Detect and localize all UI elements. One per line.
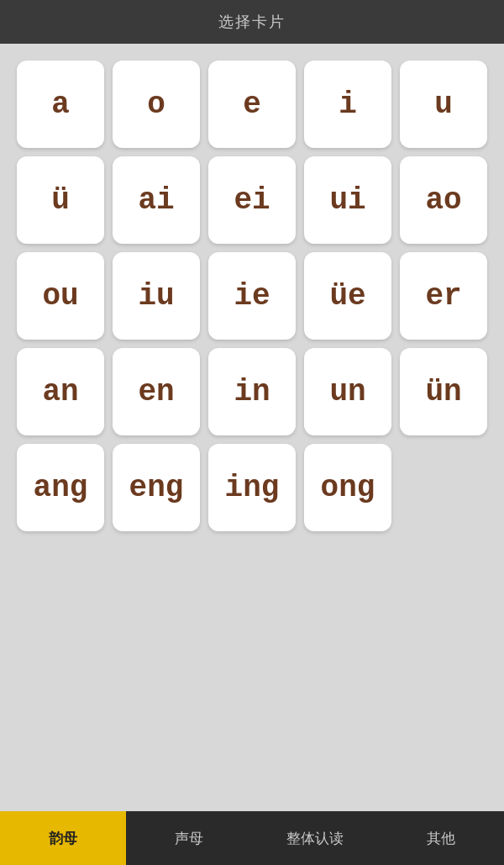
card-item-ie[interactable]: ie <box>208 252 296 340</box>
card-item-un[interactable]: un <box>304 348 391 435</box>
card-item-ing[interactable]: ing <box>208 444 296 531</box>
card-item-i[interactable]: i <box>304 61 391 148</box>
card-item-in[interactable]: in <box>208 348 296 435</box>
tab-bar: 韵母声母整体认读其他 <box>0 811 504 865</box>
card-item-ei[interactable]: ei <box>208 156 296 244</box>
tab-1[interactable]: 声母 <box>126 811 252 865</box>
card-item-ao[interactable]: ao <box>400 156 487 244</box>
tab-2[interactable]: 整体认读 <box>252 811 378 865</box>
card-item-u[interactable]: u <box>400 61 487 148</box>
main-content: aoeiuüaieiuiaoouiuieüeeraneninunünangeng… <box>0 44 504 811</box>
card-item-o[interactable]: o <box>113 61 200 148</box>
tab-0[interactable]: 韵母 <box>0 811 126 865</box>
card-item-e[interactable]: e <box>208 61 296 148</box>
card-grid: aoeiuüaieiuiaoouiuieüeeraneninunünangeng… <box>17 61 487 531</box>
card-item-a[interactable]: a <box>17 61 104 148</box>
card-item-ong[interactable]: ong <box>304 444 391 531</box>
card-item-ün[interactable]: ün <box>400 348 487 435</box>
card-item-ui[interactable]: ui <box>304 156 391 244</box>
card-item-er[interactable]: er <box>400 252 487 340</box>
card-item-en[interactable]: en <box>113 348 200 435</box>
header-title: 选择卡片 <box>218 13 286 30</box>
card-item-iu[interactable]: iu <box>113 252 200 340</box>
tab-3[interactable]: 其他 <box>378 811 504 865</box>
card-item-üe[interactable]: üe <box>304 252 391 340</box>
page-header: 选择卡片 <box>0 0 504 44</box>
card-item-ai[interactable]: ai <box>113 156 200 244</box>
card-item-ou[interactable]: ou <box>17 252 104 340</box>
card-item-an[interactable]: an <box>17 348 104 435</box>
card-item-ü[interactable]: ü <box>17 156 104 244</box>
card-item-ang[interactable]: ang <box>17 444 104 531</box>
card-item-eng[interactable]: eng <box>113 444 200 531</box>
